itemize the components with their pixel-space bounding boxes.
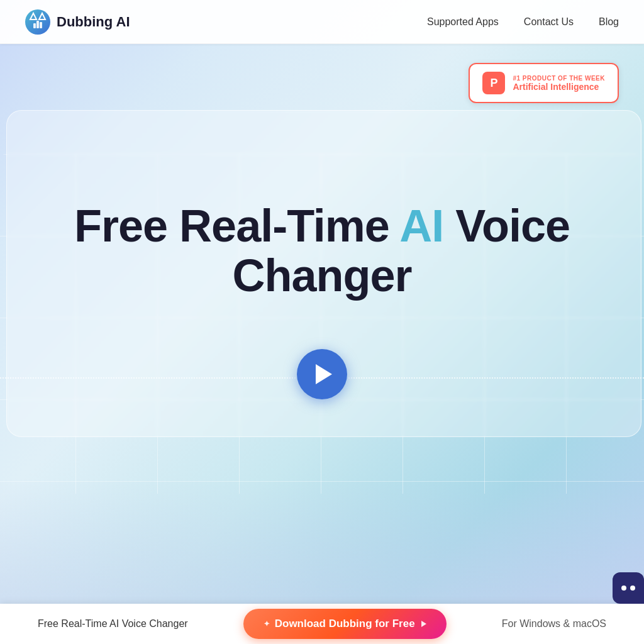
svg-rect-3 bbox=[33, 23, 36, 28]
download-cta-button[interactable]: Download Dubbing for Free bbox=[243, 609, 447, 639]
footer-platform-text: For Windows & macOS bbox=[502, 618, 606, 630]
product-hunt-text: #1 PRODUCT OF THE WEEK Artificial Intell… bbox=[513, 75, 605, 92]
product-hunt-badge[interactable]: P #1 PRODUCT OF THE WEEK Artificial Inte… bbox=[469, 63, 619, 103]
product-hunt-logo: P bbox=[482, 72, 505, 94]
footer-bar: Free Real-Time AI Voice Changer Download… bbox=[0, 604, 644, 644]
play-button[interactable] bbox=[297, 349, 347, 399]
navbar: Dubbing AI Supported Apps Contact Us Blo… bbox=[0, 0, 644, 44]
nav-links: Supported Apps Contact Us Blog bbox=[427, 16, 619, 28]
play-triangle-icon bbox=[316, 364, 332, 384]
product-hunt-badge-top: #1 PRODUCT OF THE WEEK bbox=[513, 75, 605, 82]
mascot-eye-right bbox=[630, 586, 635, 591]
logo-text: Dubbing AI bbox=[57, 14, 130, 30]
footer-tagline: Free Real-Time AI Voice Changer bbox=[38, 618, 188, 630]
hero-headline: Free Real-Time AI Voice Changer bbox=[0, 201, 644, 301]
mascot-eye-left bbox=[621, 586, 626, 591]
mascot-eyes bbox=[621, 586, 635, 591]
svg-rect-5 bbox=[40, 22, 42, 28]
cta-arrow-icon bbox=[421, 621, 426, 627]
nav-link-contact-us[interactable]: Contact Us bbox=[524, 16, 574, 28]
headline-part1: Free Real-Time bbox=[74, 201, 399, 251]
nav-link-supported-apps[interactable]: Supported Apps bbox=[427, 16, 499, 28]
svg-rect-4 bbox=[36, 21, 39, 28]
logo-area[interactable]: Dubbing AI bbox=[25, 9, 130, 35]
bottom-gradient bbox=[0, 478, 644, 604]
nav-link-blog[interactable]: Blog bbox=[599, 16, 619, 28]
logo-icon bbox=[25, 9, 50, 35]
download-cta-label: Download Dubbing for Free bbox=[275, 618, 415, 630]
mascot-widget[interactable] bbox=[613, 572, 644, 604]
headline-ai: AI bbox=[399, 201, 443, 251]
product-hunt-badge-bottom: Artificial Intelligence bbox=[513, 82, 605, 92]
